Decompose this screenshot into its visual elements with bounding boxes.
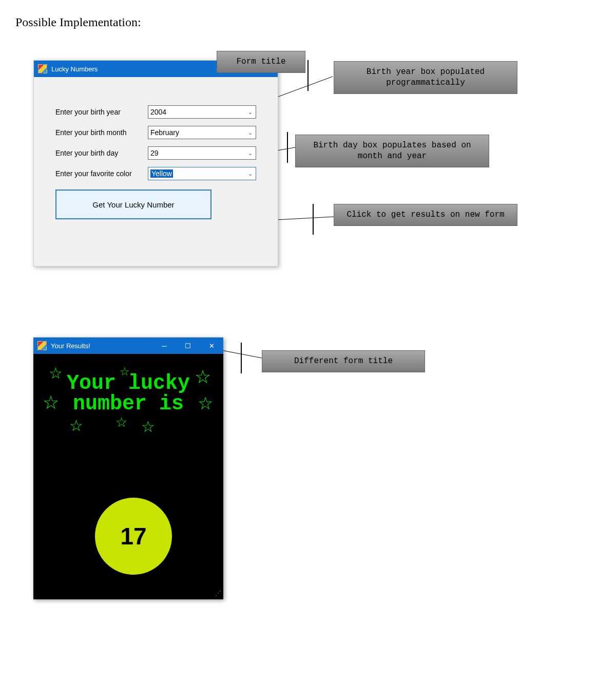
annotation-form-title: Form title <box>217 51 305 73</box>
star-icon: ☆ <box>116 414 127 430</box>
label-birth-month: Enter your birth month <box>55 128 148 137</box>
form1-title-text: Lucky Numbers <box>51 65 98 73</box>
chevron-down-icon: ⌄ <box>248 150 253 157</box>
form1-body: Enter your birth year 2004 ⌄ Enter your … <box>34 77 278 230</box>
label-fav-color: Enter your favorite color <box>55 169 148 178</box>
form-results: Your Results! ─ ☐ ✕ Your lucky number is… <box>33 337 223 599</box>
star-icon: ☆ <box>141 418 155 436</box>
combo-birth-day[interactable]: 29 ⌄ <box>148 146 256 160</box>
form-lucky-numbers: Lucky Numbers ─ ☐ ✕ Enter your birth yea… <box>33 60 278 267</box>
combo-birth-year-value: 2004 <box>150 108 166 116</box>
combo-birth-month-value: February <box>150 128 179 137</box>
diagram-area: Lucky Numbers ─ ☐ ✕ Enter your birth yea… <box>15 60 601 676</box>
label-birth-year: Enter your birth year <box>55 108 148 116</box>
chevron-down-icon: ⌄ <box>248 109 253 116</box>
combo-birth-month[interactable]: February ⌄ <box>148 126 256 139</box>
page-heading: Possible Implementation: <box>15 15 601 29</box>
annotation-diff-title: Different form title <box>262 350 425 372</box>
star-icon: ☆ <box>43 392 59 413</box>
close-icon[interactable]: ✕ <box>200 337 223 354</box>
star-icon: ☆ <box>49 364 63 382</box>
star-icon: ☆ <box>120 365 130 379</box>
annotation-day-box: Birth day box populates based on month a… <box>295 135 489 167</box>
get-lucky-number-button-label: Get Your Lucky Number <box>92 200 174 209</box>
app-icon <box>38 64 47 73</box>
label-birth-day: Enter your birth day <box>55 149 148 157</box>
result-number: 17 <box>120 522 146 550</box>
maximize-icon[interactable]: ☐ <box>176 337 200 354</box>
star-icon: ☆ <box>195 366 211 388</box>
star-icon: ☆ <box>198 393 213 413</box>
form2-title-text: Your Results! <box>51 342 90 350</box>
combo-fav-color-value: Yellow <box>150 169 173 178</box>
chevron-down-icon: ⌄ <box>248 171 253 177</box>
form2-titlebar[interactable]: Your Results! ─ ☐ ✕ <box>33 337 223 354</box>
lucky-line-2: number is <box>33 394 223 414</box>
combo-birth-year[interactable]: 2004 ⌄ <box>148 105 256 119</box>
app-icon <box>37 341 47 350</box>
chevron-down-icon: ⌄ <box>248 129 253 136</box>
star-icon: ☆ <box>69 417 83 435</box>
annotation-year-box: Birth year box populated programmaticall… <box>334 61 517 94</box>
combo-fav-color[interactable]: Yellow ⌄ <box>148 167 256 180</box>
get-lucky-number-button[interactable]: Get Your Lucky Number <box>55 190 211 219</box>
form2-body: Your lucky number is ☆ ☆ ☆ ☆ ☆ ☆ ☆ ☆ 17 … <box>33 354 223 599</box>
minimize-icon[interactable]: ─ <box>152 337 176 354</box>
combo-birth-day-value: 29 <box>150 149 159 157</box>
annotation-click: Click to get results on new form <box>334 204 517 226</box>
result-ball: 17 <box>95 498 172 575</box>
resize-grip-icon[interactable]: ⋰ <box>215 590 221 597</box>
